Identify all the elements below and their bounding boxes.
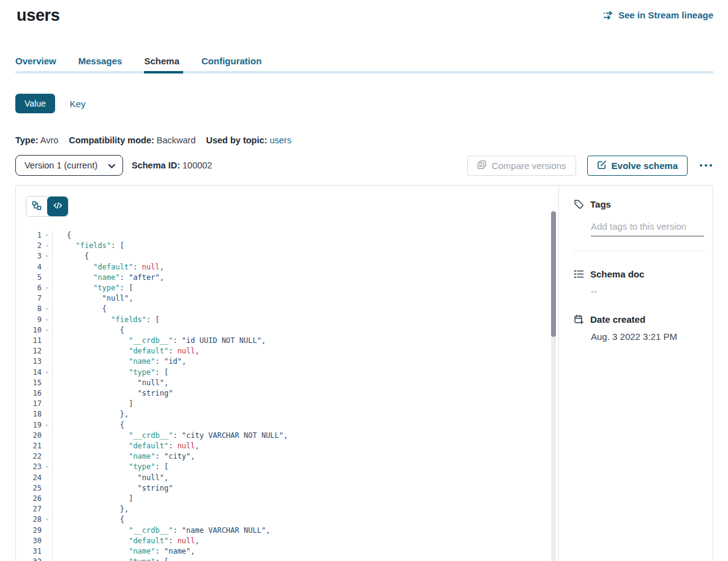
code-line: 2▾ "fields": [ — [26, 241, 558, 251]
value-toggle-button[interactable]: Value — [15, 94, 55, 113]
editor-scrollbar-track[interactable] — [551, 211, 556, 561]
version-select-value: Version 1 (current) — [24, 160, 97, 170]
meta-compatibility: Compatibility mode: Backward — [69, 135, 195, 145]
schema-panel: 1▾{2▾ "fields": [3▾ {4 "default": null,5… — [15, 185, 713, 561]
code-line: 14▾ "type": [ — [26, 367, 558, 378]
fold-spacer — [42, 473, 52, 483]
code-lines: 1▾{2▾ "fields": [3▾ {4 "default": null,5… — [26, 230, 558, 561]
meta-type: Type: Avro — [15, 135, 58, 145]
tab-overview[interactable]: Overview — [15, 56, 60, 73]
page-header: users See in Stream lineage — [0, 0, 728, 26]
meta-type-label: Type: — [15, 135, 39, 145]
code-line: 16 "string" — [26, 388, 558, 399]
date-created-value: Aug. 3 2022 3:21 PM — [591, 331, 704, 342]
schema-doc-heading-label: Schema doc — [590, 269, 644, 279]
code-line: 15 "null", — [26, 378, 558, 388]
fold-spacer — [42, 336, 52, 346]
meta-compatibility-label: Compatibility mode: — [69, 135, 154, 145]
stream-lineage-icon — [603, 10, 614, 20]
version-bar: Version 1 (current) Schema ID: 100002 Co… — [15, 155, 713, 176]
meta-compatibility-value: Backward — [157, 135, 196, 145]
code-line: 8▾ { — [26, 304, 558, 314]
date-created-heading: Date created — [574, 314, 704, 325]
code-line: 28▾ { — [26, 514, 558, 525]
version-select[interactable]: Version 1 (current) — [15, 155, 123, 176]
compare-versions-button[interactable]: Compare versions — [467, 156, 576, 176]
code-line: 22 "name": "city", — [26, 451, 558, 462]
code-line: 26 ] — [26, 494, 558, 504]
code-editor: 1▾{2▾ "fields": [3▾ {4 "default": null,5… — [26, 230, 558, 561]
add-tags-input[interactable] — [591, 221, 704, 236]
fold-toggle-icon[interactable]: ▾ — [42, 241, 52, 251]
fold-toggle-icon[interactable]: ▾ — [42, 325, 52, 336]
fold-spacer — [42, 388, 52, 399]
fold-spacer — [42, 525, 52, 536]
key-value-toggle: Value Key — [15, 94, 713, 113]
tab-messages[interactable]: Messages — [78, 56, 126, 73]
fold-toggle-icon[interactable]: ▾ — [42, 514, 52, 525]
code-view-button[interactable] — [47, 197, 68, 216]
code-line: 19▾ { — [26, 420, 558, 431]
more-options-icon — [710, 164, 712, 167]
code-line: 29 "__crdb__": "name VARCHAR NULL", — [26, 525, 558, 536]
fold-spacer — [42, 483, 52, 494]
code-line: 5 "name": "after", — [26, 273, 558, 283]
fold-toggle-icon[interactable]: ▾ — [42, 304, 52, 314]
chevron-down-icon — [108, 160, 115, 170]
fold-spacer — [42, 431, 52, 441]
fold-spacer — [42, 409, 52, 420]
code-line: 21 "default": null, — [26, 441, 558, 451]
code-line: 24 "null", — [26, 473, 558, 483]
more-options-button[interactable] — [699, 162, 713, 169]
schema-doc-value: -- — [591, 286, 704, 296]
code-line: 9▾ "fields": [ — [26, 315, 558, 325]
fold-toggle-icon[interactable]: ▾ — [42, 420, 52, 431]
code-line: 6▾ "type": [ — [26, 283, 558, 293]
code-line: 3▾ { — [26, 251, 558, 262]
fold-toggle-icon[interactable]: ▾ — [42, 283, 52, 293]
fold-spacer — [42, 356, 52, 367]
meta-topic: Used by topic: users — [206, 135, 291, 145]
fold-spacer — [42, 293, 52, 304]
code-line: 32▾ "type": [ — [26, 557, 558, 561]
fold-toggle-icon[interactable]: ▾ — [42, 315, 52, 325]
more-options-icon — [700, 164, 702, 167]
fold-spacer — [42, 399, 52, 409]
code-line: 13 "name": "id", — [26, 356, 558, 367]
fold-spacer — [42, 536, 52, 546]
schema-id: Schema ID: 100002 — [132, 160, 212, 170]
key-toggle-button[interactable]: Key — [70, 99, 86, 109]
code-line: 31 "name": "name", — [26, 546, 558, 557]
stream-lineage-link[interactable]: See in Stream lineage — [603, 10, 713, 20]
editor-scrollbar-thumb[interactable] — [551, 211, 556, 337]
code-line: 30 "default": null, — [26, 536, 558, 546]
schema-page: users See in Stream lineage Overview Mes… — [0, 0, 728, 561]
evolve-schema-label: Evolve schema — [612, 160, 678, 171]
tab-configuration[interactable]: Configuration — [201, 56, 265, 73]
fold-toggle-icon[interactable]: ▾ — [42, 367, 52, 378]
fold-toggle-icon[interactable]: ▾ — [42, 462, 52, 472]
evolve-edit-icon — [597, 160, 607, 171]
schema-meta: Type: Avro Compatibility mode: Backward … — [15, 135, 713, 145]
compare-versions-label: Compare versions — [492, 160, 566, 171]
compare-icon — [477, 160, 487, 171]
code-line: 27 }, — [26, 504, 558, 514]
fold-spacer — [42, 346, 52, 356]
schema-sidebar: Tags Schema doc -- — [558, 186, 714, 561]
fold-spacer — [42, 504, 52, 514]
tree-view-icon — [32, 201, 42, 213]
code-line: 25 "string" — [26, 483, 558, 494]
fold-toggle-icon[interactable]: ▾ — [42, 251, 52, 262]
tab-schema[interactable]: Schema — [144, 56, 183, 73]
tree-view-button[interactable] — [26, 197, 47, 216]
code-line: 23▾ "type": [ — [26, 462, 558, 472]
fold-toggle-icon[interactable]: ▾ — [42, 230, 52, 241]
fold-toggle-icon[interactable]: ▾ — [42, 557, 52, 561]
fold-spacer — [42, 378, 52, 388]
fold-spacer — [42, 441, 52, 451]
topic-link[interactable]: users — [269, 135, 291, 145]
code-line: 4 "default": null, — [26, 262, 558, 273]
date-created-heading-label: Date created — [590, 314, 645, 325]
tags-heading-label: Tags — [590, 199, 611, 209]
evolve-schema-button[interactable]: Evolve schema — [587, 156, 688, 176]
